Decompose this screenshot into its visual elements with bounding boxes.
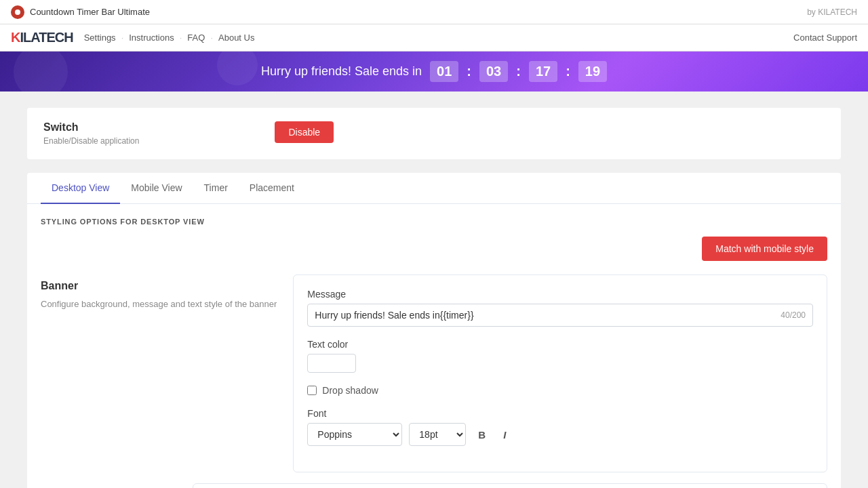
content-area: Banner Configure background, message and… (41, 274, 827, 472)
tab-timer[interactable]: Timer (193, 173, 239, 204)
char-count: 40/200 (781, 310, 806, 320)
tabs-card: Desktop View Mobile View Timer Placement… (27, 173, 841, 488)
nav-links: Settings · Instructions · FAQ · About Us (84, 33, 255, 43)
top-bar-left: Countdown Timer Bar Ultimate (11, 5, 150, 19)
text-color-field-group: Text color (307, 339, 813, 373)
tab-placement[interactable]: Placement (239, 173, 305, 204)
styling-label: STYLING OPTIONS FOR DESKTOP VIEW (41, 218, 827, 226)
match-mobile-style-button[interactable]: Match with mobile style (702, 237, 827, 261)
font-size-select[interactable]: 18pt 12pt 14pt 16pt 20pt 24pt (409, 423, 466, 446)
timer-hours: 01 (430, 61, 458, 82)
timer-sep2: : (516, 64, 521, 79)
drop-shadow-checkbox[interactable] (307, 386, 317, 395)
tab-desktop-view[interactable]: Desktop View (41, 173, 120, 204)
form-panel: Message 40/200 Text color D (293, 274, 827, 472)
banner-section-description: Configure background, message and text s… (41, 298, 277, 311)
contact-support[interactable]: Contact Support (793, 33, 857, 43)
tabs-header: Desktop View Mobile View Timer Placement (27, 173, 841, 204)
font-row: Poppins Arial Georgia Roboto 18pt 12pt 1… (307, 423, 813, 446)
disable-button[interactable]: Disable (275, 121, 334, 143)
timer-sep3: : (566, 64, 570, 79)
timer-minutes: 03 (479, 61, 508, 82)
bottom-content-area: Background Pattern overlay Image overlay (41, 483, 827, 488)
app-title: Countdown Timer Bar Ultimate (30, 7, 150, 17)
app-icon (11, 5, 24, 19)
nav-sep1: · (121, 33, 124, 43)
switch-card: Switch Enable/Disable application Disabl… (27, 108, 841, 159)
nav-instructions[interactable]: Instructions (129, 33, 174, 43)
tab-mobile-view[interactable]: Mobile View (120, 173, 193, 204)
nav-faq[interactable]: FAQ (187, 33, 205, 43)
bottom-form: Background Pattern overlay Image overlay (41, 483, 827, 488)
nav-about[interactable]: About Us (218, 33, 254, 43)
countdown-banner: Hurry up friends! Sale ends in 01 : 03 :… (0, 52, 868, 92)
text-color-picker[interactable] (307, 354, 356, 373)
italic-button[interactable]: I (498, 426, 511, 443)
nav-bar: KILATECH Settings · Instructions · FAQ ·… (0, 24, 868, 52)
nav-settings[interactable]: Settings (84, 33, 116, 43)
font-field-group: Font Poppins Arial Georgia Roboto 18pt 1… (307, 408, 813, 446)
message-input-wrapper: 40/200 (307, 304, 813, 327)
nav-sep2: · (180, 33, 182, 43)
banner-section-title: Banner (41, 280, 277, 292)
logo-text: KILATECH (11, 30, 73, 45)
font-family-select[interactable]: Poppins Arial Georgia Roboto (307, 423, 402, 446)
timer-sep1: : (467, 64, 471, 79)
message-label: Message (307, 289, 813, 300)
switch-label: Switch (43, 121, 139, 134)
timer-ms: 19 (578, 61, 607, 82)
switch-info: Switch Enable/Disable application (43, 121, 139, 146)
background-spacer (41, 483, 176, 488)
main-content: Switch Enable/Disable application Disabl… (0, 92, 868, 488)
background-panel: Background Pattern overlay Image overlay (193, 483, 827, 488)
drop-shadow-row: Drop shadow (307, 385, 813, 396)
drop-shadow-label[interactable]: Drop shadow (322, 385, 378, 396)
text-color-label: Text color (307, 339, 813, 350)
by-label: by KILATECH (807, 7, 857, 17)
banner-text: Hurry up friends! Sale ends in (261, 64, 422, 79)
message-field-group: Message 40/200 (307, 289, 813, 327)
timer-seconds: 17 (529, 61, 557, 82)
nav-left: KILATECH Settings · Instructions · FAQ ·… (11, 30, 254, 45)
tabs-body: STYLING OPTIONS FOR DESKTOP VIEW Match w… (27, 204, 841, 488)
banner-section: Banner Configure background, message and… (41, 274, 277, 472)
nav-sep3: · (210, 33, 213, 43)
message-input[interactable] (315, 310, 781, 321)
bold-button[interactable]: B (473, 426, 491, 443)
font-label: Font (307, 408, 813, 419)
switch-description: Enable/Disable application (43, 136, 139, 146)
top-bar: Countdown Timer Bar Ultimate by KILATECH (0, 0, 868, 24)
